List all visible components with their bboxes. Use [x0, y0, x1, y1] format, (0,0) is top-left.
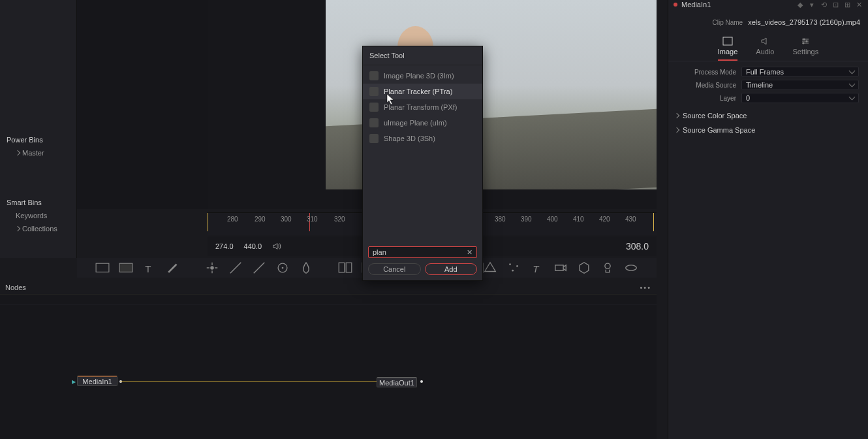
active-indicator-icon: [674, 3, 677, 7]
select-value: Full Frames: [746, 68, 784, 76]
tab-audio[interactable]: Audio: [756, 37, 774, 61]
svg-text:T: T: [145, 263, 151, 274]
node-media-in[interactable]: MediaIn1: [77, 376, 117, 386]
tool-text[interactable]: T: [142, 262, 157, 274]
tool-paint[interactable]: [166, 262, 180, 274]
tool-blur[interactable]: [299, 262, 313, 274]
node-media-out[interactable]: MediaOut1: [377, 377, 417, 387]
tool-icon: [369, 71, 379, 80]
svg-point-15: [803, 39, 805, 41]
button-label: Add: [444, 265, 457, 273]
out-point-marker[interactable]: [653, 213, 654, 231]
close-icon[interactable]: ✕: [855, 1, 863, 8]
svg-rect-7: [346, 263, 352, 273]
bin-collections[interactable]: Collections: [5, 222, 77, 235]
tool-hue[interactable]: [275, 262, 290, 274]
tool-tracker[interactable]: [205, 262, 219, 274]
tool-item-shape-3d[interactable]: Shape 3D (3Sh): [363, 131, 482, 146]
volume-icon[interactable]: [272, 242, 281, 251]
reset-icon[interactable]: ⟲: [820, 1, 828, 8]
tab-label: Settings: [792, 48, 818, 56]
ruler-tick: 300: [281, 216, 292, 223]
tab-settings[interactable]: Settings: [792, 37, 818, 61]
ruler-tick: 290: [255, 216, 266, 223]
node-connection[interactable]: [120, 382, 377, 382]
bin-label: Keywords: [16, 212, 47, 220]
ruler-tick: 310: [307, 216, 318, 223]
tool-background[interactable]: [95, 262, 110, 274]
bin-master[interactable]: Master: [5, 146, 77, 159]
current-frame-value[interactable]: 308.0: [626, 241, 649, 252]
in-point-value[interactable]: 274.0: [215, 242, 234, 250]
svg-rect-14: [723, 37, 732, 45]
tool-3d-merge[interactable]: [483, 262, 497, 274]
viewer-left[interactable]: [77, 0, 208, 209]
chevron-down-icon: [849, 81, 856, 88]
layer-select[interactable]: 0: [741, 93, 859, 103]
audio-icon: [760, 37, 770, 46]
svg-point-17: [803, 42, 805, 44]
tool-icon: [369, 134, 379, 143]
dialog-title: Select Tool: [363, 46, 482, 65]
bin-keywords[interactable]: Keywords: [5, 209, 77, 222]
ruler-tick: 320: [334, 216, 345, 223]
svg-rect-0: [96, 263, 109, 272]
svg-point-24: [626, 265, 637, 270]
tool-fastnoise[interactable]: [119, 262, 133, 274]
tool-light[interactable]: [600, 262, 615, 274]
process-mode-label: Process Mode: [677, 69, 736, 76]
lock-icon[interactable]: ⊡: [831, 1, 839, 8]
ruler-tick: 280: [227, 216, 238, 223]
tool-merge[interactable]: [338, 262, 352, 274]
ruler-tick: 400: [547, 216, 558, 223]
settings-icon: [800, 37, 811, 46]
tool-camera[interactable]: [553, 262, 568, 274]
tool-label: uImage Plane (uIm): [384, 119, 447, 127]
tool-item-planar-tracker[interactable]: Planar Tracker (PTra): [363, 84, 482, 99]
tool-brightness[interactable]: [228, 262, 243, 274]
tab-label: Audio: [756, 48, 774, 56]
tool-label: Shape 3D (3Sh): [384, 135, 435, 142]
tool-shape3d[interactable]: [577, 262, 591, 274]
svg-point-16: [806, 41, 808, 42]
chevron-down-icon: [849, 94, 856, 101]
image-icon: [722, 37, 733, 46]
dialog-search-field[interactable]: ✕: [368, 246, 477, 258]
svg-rect-1: [119, 263, 132, 272]
source-gamma-space-group[interactable]: Source Gamma Space: [668, 123, 868, 137]
cancel-button[interactable]: Cancel: [368, 263, 421, 275]
tab-image[interactable]: Image: [718, 37, 738, 61]
out-point-value[interactable]: 440.0: [244, 242, 262, 250]
dialog-search-input[interactable]: [373, 248, 467, 256]
tool-item-image-plane-3d[interactable]: Image Plane 3D (3Im): [363, 68, 482, 84]
tool-item-planar-transform[interactable]: Planar Transform (PXf): [363, 99, 482, 115]
fusion-toolbar-right: T: [483, 258, 638, 278]
media-source-select[interactable]: Timeline: [741, 80, 859, 90]
tool-colorcorrect[interactable]: [252, 262, 266, 274]
tool-render3d[interactable]: [624, 262, 638, 274]
node-output-port[interactable]: [420, 380, 423, 383]
settings-icon[interactable]: ⊞: [843, 1, 851, 8]
in-point-marker[interactable]: [208, 213, 208, 231]
media-source-label: Media Source: [677, 82, 736, 89]
versions-icon[interactable]: ▾: [808, 1, 816, 8]
keyframe-icon[interactable]: ◆: [796, 1, 804, 8]
process-mode-select[interactable]: Full Frames: [741, 67, 859, 77]
bin-label: Collections: [22, 225, 57, 233]
ruler-tick: 430: [625, 216, 636, 223]
chevron-down-icon: [849, 68, 856, 74]
ruler-tick: 410: [573, 216, 584, 223]
nodes-flow-area[interactable]: ▶ MediaIn1 MediaOut1: [0, 294, 657, 439]
clear-search-icon[interactable]: ✕: [467, 248, 473, 257]
source-color-space-group[interactable]: Source Color Space: [668, 108, 868, 123]
tool-item-uimage-plane[interactable]: uImage Plane (uIm): [363, 115, 482, 131]
inspector-panel: MediaIn1 ◆ ▾ ⟲ ⊡ ⊞ ✕ Clip Name xels_vide…: [668, 0, 868, 439]
add-button[interactable]: Add: [425, 263, 478, 275]
mouse-cursor-icon: [386, 93, 395, 107]
tool-text3d[interactable]: T: [530, 262, 544, 274]
power-bins-header: Power Bins: [5, 133, 77, 146]
nodes-options-icon[interactable]: •••: [640, 284, 651, 291]
tool-particles[interactable]: [506, 262, 521, 274]
select-tool-dialog: Select Tool Image Plane 3D (3Im) Planar …: [362, 46, 483, 281]
chevron-right-icon: [15, 226, 20, 231]
